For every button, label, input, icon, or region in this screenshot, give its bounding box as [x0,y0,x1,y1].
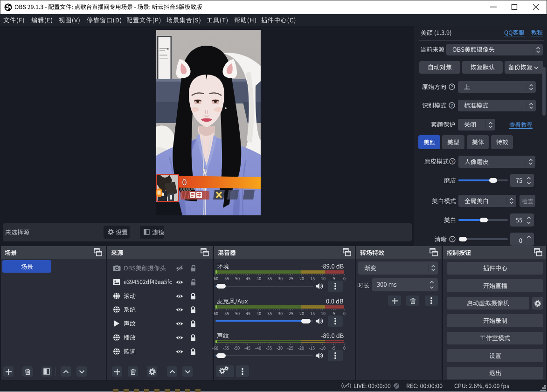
svg-text:?: ? [451,159,453,164]
svg-text:?: ? [451,237,453,241]
svg-text:?: ? [450,84,453,89]
svg-text:0: 0 [182,177,187,187]
svg-text:?: ? [450,103,453,108]
